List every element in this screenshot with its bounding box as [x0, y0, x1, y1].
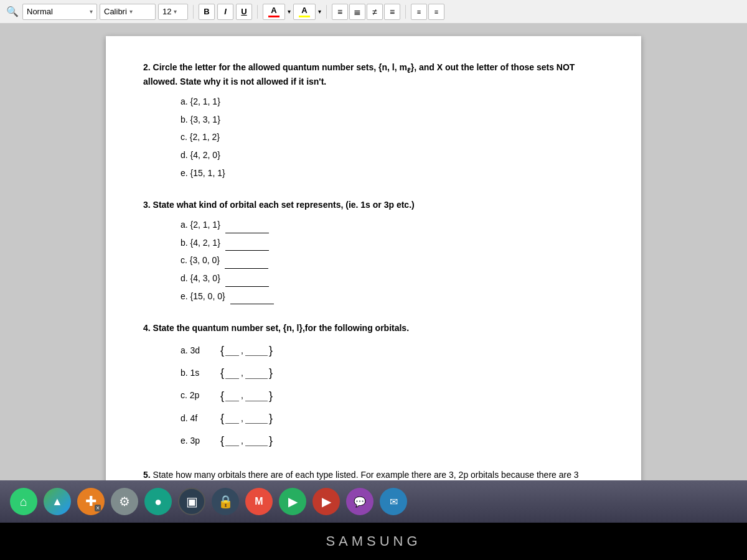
style-dropdown[interactable]: Normal ▾: [22, 4, 97, 20]
q3a-blank[interactable]: [225, 233, 269, 233]
highlight-color-button[interactable]: A: [293, 4, 316, 20]
question-4: 4. State the quantum number set, {n, l},…: [143, 322, 604, 451]
font-color-arrow[interactable]: ▾: [288, 8, 291, 15]
q4e-n-field[interactable]: [225, 435, 239, 446]
q4c-l-field[interactable]: [245, 390, 268, 401]
q4e-l-field[interactable]: [245, 435, 268, 446]
list-item: d. {4, 3, 0}: [181, 270, 604, 287]
question-5: 5. State how many orbitals there are of …: [143, 469, 604, 480]
q4b-sep: ,: [241, 365, 243, 381]
q4d-close-bracket: }: [269, 408, 273, 429]
q4a-open-bracket: {: [220, 340, 224, 361]
list-item: c. {2, 1, 2}: [181, 129, 604, 146]
q4e-label: e. 3p: [181, 432, 218, 449]
style-arrow: ▾: [90, 8, 93, 15]
bullet-list-button[interactable]: ≡: [411, 4, 427, 20]
font-label: Calibri: [104, 7, 127, 16]
list-item: e. {15, 0, 0}: [181, 288, 604, 305]
media-play-icon[interactable]: ▶: [312, 488, 340, 515]
settings-icon[interactable]: ⚙: [111, 488, 138, 515]
q4-text: State the quantum number set, {n, l},for…: [153, 323, 409, 333]
list-item: b. {3, 3, 1}: [181, 111, 604, 128]
window-icon[interactable]: ▣: [178, 488, 205, 515]
font-dropdown[interactable]: Calibri ▾: [100, 4, 156, 20]
numbered-list-button[interactable]: ≡: [428, 4, 444, 20]
taskbar: ⌂ ▲ ✚ × ⚙ ● ▣ 🔒 M ▶ ▶ 💬 ✉: [0, 480, 747, 523]
q4d-label: d. 4f: [181, 410, 218, 427]
q4-title: 4. State the quantum number set, {n, l},…: [143, 322, 604, 335]
q2-list: a. {2, 1, 1} b. {3, 3, 1} c. {2, 1, 2} d…: [143, 93, 604, 181]
q4e-row: e. 3p { , }: [181, 430, 604, 451]
toolbar-divider-3: [326, 5, 327, 19]
q3-title: 3. State what kind of orbital each set r…: [143, 198, 604, 212]
q4a-l-field[interactable]: [245, 345, 268, 356]
q5-title: 5. State how many orbitals there are of …: [143, 469, 604, 480]
q3-list: a. {2, 1, 1} b. {4, 2, 1} c. {3, 0, 0} d…: [143, 217, 604, 304]
q4b-close-bracket: }: [269, 362, 273, 383]
q4a-sep: ,: [241, 342, 243, 359]
q4b-label: b. 1s: [181, 365, 218, 381]
q4d-open-bracket: {: [220, 408, 224, 429]
align-left-button[interactable]: ≡: [332, 4, 348, 20]
q4b-l-field[interactable]: [245, 368, 268, 379]
q2-text: Circle the letter for the allowed quantu…: [143, 62, 575, 86]
message-icon[interactable]: ✉: [380, 488, 407, 515]
list-item: a. {2, 1, 1}: [181, 93, 604, 110]
bold-button[interactable]: B: [199, 4, 215, 20]
q4a-row: a. 3d { , }: [181, 340, 604, 361]
font-color-label: A: [271, 6, 276, 15]
circle-app-icon[interactable]: ●: [144, 488, 172, 515]
q3c-blank[interactable]: [225, 268, 268, 269]
add-icon[interactable]: ✚ ×: [77, 488, 105, 515]
lock-icon[interactable]: 🔒: [212, 488, 239, 515]
question-2: 2. Circle the letter for the allowed qua…: [143, 61, 604, 181]
q4d-sep: ,: [241, 410, 243, 427]
toolbar-divider-4: [405, 5, 406, 19]
q3d-blank[interactable]: [225, 286, 269, 287]
q4b-n-field[interactable]: [225, 368, 239, 379]
samsung-bar: SAMSUNG: [0, 523, 747, 560]
size-arrow: ▾: [174, 8, 177, 15]
q5-number: 5.: [143, 470, 151, 480]
list-buttons: ≡ ≡: [411, 4, 444, 20]
align-right-button[interactable]: ≠: [367, 4, 383, 20]
chat-icon[interactable]: 💬: [346, 488, 374, 515]
q2-number: 2.: [143, 62, 151, 72]
q3e-blank[interactable]: [230, 304, 274, 304]
list-item: e. {15, 1, 1}: [181, 165, 604, 182]
document-page: 2. Circle the letter for the allowed qua…: [106, 36, 641, 480]
q4c-sep: ,: [241, 387, 243, 404]
triangle-icon[interactable]: ▲: [44, 488, 71, 515]
home-icon[interactable]: ⌂: [10, 488, 37, 515]
highlight-color-arrow[interactable]: ▾: [318, 8, 321, 15]
q4e-sep: ,: [241, 432, 243, 449]
list-item: a. {2, 1, 1}: [181, 217, 604, 233]
q4a-label: a. 3d: [181, 342, 218, 359]
align-justify-button[interactable]: ≡: [384, 4, 400, 20]
q4d-n-field[interactable]: [225, 413, 239, 424]
samsung-logo: SAMSUNG: [326, 533, 421, 549]
size-dropdown[interactable]: 12 ▾: [158, 4, 188, 20]
q4c-label: c. 2p: [181, 387, 218, 404]
q4c-n-field[interactable]: [225, 390, 239, 401]
q4a-close-bracket: }: [269, 340, 273, 361]
content-area: 2. Circle the letter for the allowed qua…: [0, 24, 747, 480]
q4-list: a. 3d { , } b. 1s { , } c. 2p: [143, 340, 604, 451]
underline-button[interactable]: U: [236, 4, 252, 20]
play-icon[interactable]: ▶: [279, 488, 306, 515]
toolbar-divider-1: [193, 5, 194, 19]
q3b-blank[interactable]: [225, 250, 269, 251]
italic-button[interactable]: I: [217, 4, 233, 20]
q5-text: State how many orbitals there are of eac…: [143, 470, 579, 480]
toolbar: 🔍 Normal ▾ Calibri ▾ 12 ▾ B I U A ▾ A ▾ …: [0, 0, 747, 24]
highlight-label: A: [301, 6, 307, 15]
list-item: b. {4, 2, 1}: [181, 235, 604, 251]
align-center-button[interactable]: ≣: [349, 4, 365, 20]
mail-icon[interactable]: M: [245, 488, 273, 515]
q4a-n-field[interactable]: [225, 345, 239, 356]
search-icon[interactable]: 🔍: [5, 4, 20, 19]
q4c-open-bracket: {: [220, 385, 224, 406]
q4b-open-bracket: {: [220, 362, 224, 383]
q4d-l-field[interactable]: [245, 413, 268, 424]
font-color-button[interactable]: A: [263, 4, 285, 20]
